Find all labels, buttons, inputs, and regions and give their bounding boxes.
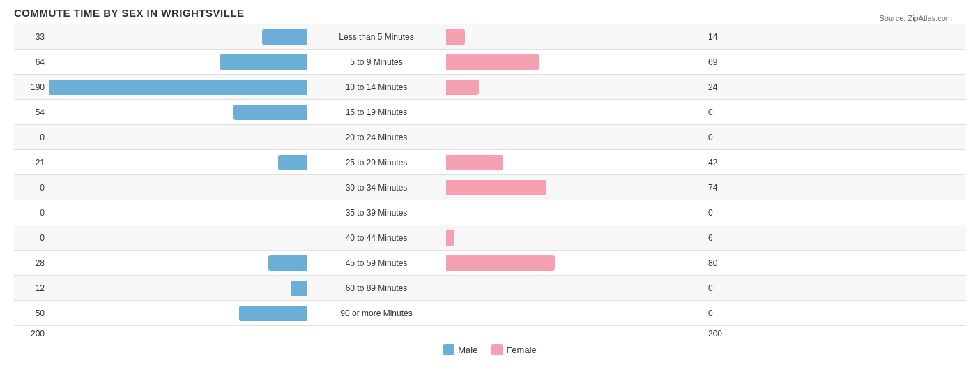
male-bar-container <box>49 205 307 221</box>
male-bar <box>233 105 307 120</box>
female-value: 14 <box>704 32 739 42</box>
male-value: 0 <box>14 133 49 142</box>
female-bar <box>446 54 539 70</box>
axis-right-val: 200 <box>704 329 739 338</box>
male-bar-container <box>49 29 307 45</box>
male-bar-container <box>49 180 307 195</box>
female-bar-container <box>446 306 704 321</box>
chart-row: 020 to 24 Minutes0 <box>14 125 966 150</box>
row-label: 20 to 24 Minutes <box>307 133 446 142</box>
male-bar <box>291 281 307 296</box>
male-bar <box>220 54 307 70</box>
row-label: 5 to 9 Minutes <box>307 57 446 67</box>
female-bar <box>446 255 555 271</box>
male-bar-container <box>49 255 307 271</box>
row-label: 10 to 14 Minutes <box>307 82 446 92</box>
chart-row: 035 to 39 Minutes0 <box>14 200 966 225</box>
row-label: 35 to 39 Minutes <box>307 208 446 218</box>
female-bar-container <box>446 29 704 45</box>
female-bar <box>446 180 546 195</box>
female-bar-container <box>446 80 704 95</box>
chart-row: 5090 or more Minutes0 <box>14 301 966 326</box>
row-label: 15 to 19 Minutes <box>307 107 446 117</box>
male-bar-container <box>49 306 307 321</box>
female-bar-container <box>446 205 704 221</box>
male-value: 190 <box>14 82 49 92</box>
legend-male-label: Male <box>458 345 477 355</box>
chart-title: COMMUTE TIME BY SEX IN WRIGHTSVILLE <box>14 7 966 19</box>
male-bar <box>49 80 307 95</box>
legend-female-icon <box>491 344 503 355</box>
chart-row: 040 to 44 Minutes6 <box>14 225 966 251</box>
legend: Male Female <box>14 344 966 355</box>
female-bar <box>446 80 479 95</box>
male-bar-container <box>49 105 307 120</box>
legend-male-icon <box>443 344 454 355</box>
row-label: Less than 5 Minutes <box>307 32 446 42</box>
male-bar <box>278 155 307 170</box>
axis-row: 200 200 <box>14 329 966 338</box>
axis-left-val: 200 <box>14 329 49 338</box>
chart-row: 1260 to 89 Minutes0 <box>14 276 966 301</box>
female-bar-container <box>446 230 704 246</box>
row-label: 25 to 29 Minutes <box>307 158 446 167</box>
male-bar-container <box>49 230 307 246</box>
female-bar-container <box>446 130 704 145</box>
chart-row: 645 to 9 Minutes69 <box>14 50 966 75</box>
legend-male: Male <box>443 344 477 355</box>
female-value: 24 <box>704 82 739 92</box>
male-bar <box>239 306 307 321</box>
male-value: 54 <box>14 107 49 117</box>
female-value: 74 <box>704 183 739 193</box>
male-value: 0 <box>14 208 49 218</box>
female-bar <box>446 155 503 170</box>
female-value: 80 <box>704 258 739 268</box>
male-bar <box>268 255 307 271</box>
male-bar-container <box>49 54 307 70</box>
row-label: 30 to 34 Minutes <box>307 183 446 193</box>
male-bar-container <box>49 80 307 95</box>
male-value: 0 <box>14 183 49 193</box>
male-bar <box>262 29 307 45</box>
male-value: 28 <box>14 258 49 268</box>
female-bar-container <box>446 105 704 120</box>
female-bar-container <box>446 281 704 296</box>
male-value: 12 <box>14 283 49 293</box>
chart-row: 030 to 34 Minutes74 <box>14 175 966 200</box>
row-label: 45 to 59 Minutes <box>307 258 446 268</box>
male-bar-container <box>49 281 307 296</box>
source-label: Source: ZipAtlas.com <box>879 14 952 22</box>
male-value: 50 <box>14 308 49 318</box>
female-value: 42 <box>704 158 739 167</box>
chart-row: 19010 to 14 Minutes24 <box>14 75 966 100</box>
female-bar <box>446 230 454 246</box>
male-value: 0 <box>14 233 49 243</box>
male-value: 64 <box>14 57 49 67</box>
female-value: 0 <box>704 208 739 218</box>
female-bar-container <box>446 255 704 271</box>
legend-female: Female <box>491 344 536 355</box>
female-bar-container <box>446 54 704 70</box>
row-label: 60 to 89 Minutes <box>307 283 446 293</box>
female-value: 0 <box>704 107 739 117</box>
chart-row: 2125 to 29 Minutes42 <box>14 150 966 175</box>
row-label: 40 to 44 Minutes <box>307 233 446 243</box>
female-value: 0 <box>704 283 739 293</box>
chart-row: 2845 to 59 Minutes80 <box>14 251 966 276</box>
male-value: 33 <box>14 32 49 42</box>
chart-area: 33Less than 5 Minutes14645 to 9 Minutes6… <box>14 24 966 326</box>
row-label: 90 or more Minutes <box>307 308 446 318</box>
female-value: 69 <box>704 57 739 67</box>
female-value: 0 <box>704 308 739 318</box>
male-bar-container <box>49 130 307 145</box>
female-value: 0 <box>704 133 739 142</box>
female-bar-container <box>446 180 704 195</box>
female-bar <box>446 29 465 45</box>
male-value: 21 <box>14 158 49 167</box>
legend-female-label: Female <box>506 345 536 355</box>
male-bar-container <box>49 155 307 170</box>
female-value: 6 <box>704 233 739 243</box>
chart-row: 33Less than 5 Minutes14 <box>14 24 966 50</box>
female-bar-container <box>446 155 704 170</box>
chart-row: 5415 to 19 Minutes0 <box>14 100 966 125</box>
